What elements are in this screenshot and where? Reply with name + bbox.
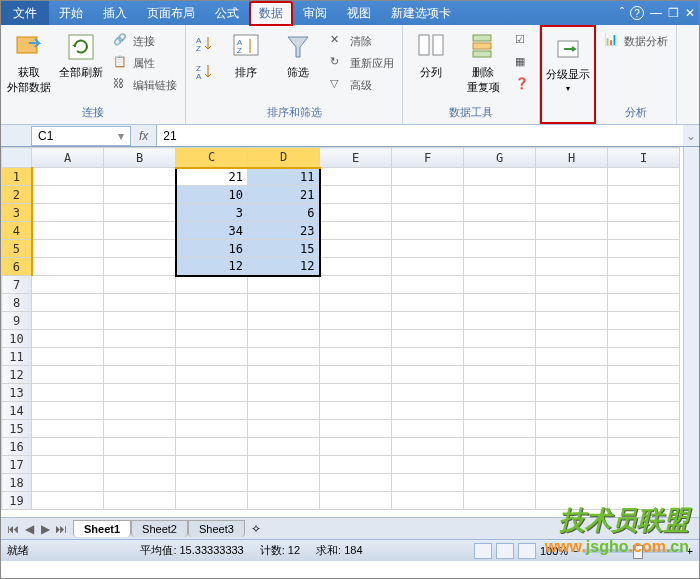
row-header-3[interactable]: 3 xyxy=(2,204,32,222)
cell-I8[interactable] xyxy=(608,294,680,312)
cell-E11[interactable] xyxy=(320,348,392,366)
cell-H7[interactable] xyxy=(536,276,608,294)
cell-F10[interactable] xyxy=(392,330,464,348)
cell-E4[interactable] xyxy=(320,222,392,240)
cell-I2[interactable] xyxy=(608,186,680,204)
cell-G7[interactable] xyxy=(464,276,536,294)
reapply-button[interactable]: ↻重新应用 xyxy=(326,53,398,73)
fx-button[interactable]: fx xyxy=(131,129,156,143)
cell-I6[interactable] xyxy=(608,258,680,276)
help-icon[interactable]: ? xyxy=(630,6,644,20)
cell-F17[interactable] xyxy=(392,456,464,474)
cell-F8[interactable] xyxy=(392,294,464,312)
column-header-B[interactable]: B xyxy=(104,148,176,168)
row-header-7[interactable]: 7 xyxy=(2,276,32,294)
cell-E14[interactable] xyxy=(320,402,392,420)
tab-formula[interactable]: 公式 xyxy=(205,1,249,26)
tab-home[interactable]: 开始 xyxy=(49,1,93,26)
cell-A5[interactable] xyxy=(32,240,104,258)
file-tab[interactable]: 文件 xyxy=(1,1,49,25)
cell-G11[interactable] xyxy=(464,348,536,366)
cell-F4[interactable] xyxy=(392,222,464,240)
cell-H15[interactable] xyxy=(536,420,608,438)
cell-C7[interactable] xyxy=(176,276,248,294)
cell-H12[interactable] xyxy=(536,366,608,384)
cell-F13[interactable] xyxy=(392,384,464,402)
cell-C14[interactable] xyxy=(176,402,248,420)
cell-D18[interactable] xyxy=(248,474,320,492)
cell-A8[interactable] xyxy=(32,294,104,312)
column-header-G[interactable]: G xyxy=(464,148,536,168)
cell-G17[interactable] xyxy=(464,456,536,474)
cell-E13[interactable] xyxy=(320,384,392,402)
cell-A7[interactable] xyxy=(32,276,104,294)
cell-I4[interactable] xyxy=(608,222,680,240)
consolidate-button[interactable]: ▦ xyxy=(511,53,535,73)
cell-H3[interactable] xyxy=(536,204,608,222)
cell-E5[interactable] xyxy=(320,240,392,258)
cell-H13[interactable] xyxy=(536,384,608,402)
cell-B4[interactable] xyxy=(104,222,176,240)
spreadsheet-grid[interactable]: ABCDEFGHI1211121021336434235161561212789… xyxy=(1,147,699,517)
cell-F6[interactable] xyxy=(392,258,464,276)
cell-A12[interactable] xyxy=(32,366,104,384)
zoom-level[interactable]: 100% xyxy=(540,545,568,557)
cell-C13[interactable] xyxy=(176,384,248,402)
cell-D13[interactable] xyxy=(248,384,320,402)
cell-I11[interactable] xyxy=(608,348,680,366)
cell-A6[interactable] xyxy=(32,258,104,276)
cell-B13[interactable] xyxy=(104,384,176,402)
cell-G2[interactable] xyxy=(464,186,536,204)
cell-E3[interactable] xyxy=(320,204,392,222)
row-header-6[interactable]: 6 xyxy=(2,258,32,276)
cell-E17[interactable] xyxy=(320,456,392,474)
cell-G12[interactable] xyxy=(464,366,536,384)
cell-D7[interactable] xyxy=(248,276,320,294)
minimize-ribbon-icon[interactable]: ˆ xyxy=(620,6,624,20)
cell-F16[interactable] xyxy=(392,438,464,456)
select-all-corner[interactable] xyxy=(2,148,32,168)
cell-H10[interactable] xyxy=(536,330,608,348)
cell-A17[interactable] xyxy=(32,456,104,474)
properties-button[interactable]: 📋属性 xyxy=(109,53,181,73)
cell-I14[interactable] xyxy=(608,402,680,420)
column-header-A[interactable]: A xyxy=(32,148,104,168)
cell-I10[interactable] xyxy=(608,330,680,348)
cell-I12[interactable] xyxy=(608,366,680,384)
cell-E12[interactable] xyxy=(320,366,392,384)
cell-G19[interactable] xyxy=(464,492,536,510)
cell-I15[interactable] xyxy=(608,420,680,438)
cell-F19[interactable] xyxy=(392,492,464,510)
row-header-15[interactable]: 15 xyxy=(2,420,32,438)
zoom-out-icon[interactable]: − xyxy=(572,545,578,557)
remove-duplicates-button[interactable]: 删除 重复项 xyxy=(459,31,507,95)
tab-review[interactable]: 审阅 xyxy=(293,1,337,26)
cell-C3[interactable]: 3 xyxy=(176,204,248,222)
whatif-button[interactable]: ❓ xyxy=(511,75,535,95)
cell-G18[interactable] xyxy=(464,474,536,492)
cell-C19[interactable] xyxy=(176,492,248,510)
window-minimize-icon[interactable]: — xyxy=(650,6,662,20)
window-close-icon[interactable]: ✕ xyxy=(685,6,695,20)
cell-F2[interactable] xyxy=(392,186,464,204)
sort-desc-button[interactable]: ZA xyxy=(190,59,218,83)
vertical-scrollbar[interactable] xyxy=(683,147,699,517)
cell-B11[interactable] xyxy=(104,348,176,366)
cell-G14[interactable] xyxy=(464,402,536,420)
sheet-nav-first-icon[interactable]: ⏮ xyxy=(5,522,21,536)
row-header-12[interactable]: 12 xyxy=(2,366,32,384)
cell-G9[interactable] xyxy=(464,312,536,330)
row-header-2[interactable]: 2 xyxy=(2,186,32,204)
cell-A9[interactable] xyxy=(32,312,104,330)
dropdown-icon[interactable]: ▾ xyxy=(118,129,124,143)
cell-E15[interactable] xyxy=(320,420,392,438)
name-box[interactable]: C1 ▾ xyxy=(31,126,131,146)
cell-F1[interactable] xyxy=(392,168,464,186)
cell-B5[interactable] xyxy=(104,240,176,258)
cell-C10[interactable] xyxy=(176,330,248,348)
cell-I1[interactable] xyxy=(608,168,680,186)
cell-E16[interactable] xyxy=(320,438,392,456)
cell-B17[interactable] xyxy=(104,456,176,474)
cell-A19[interactable] xyxy=(32,492,104,510)
cell-C17[interactable] xyxy=(176,456,248,474)
